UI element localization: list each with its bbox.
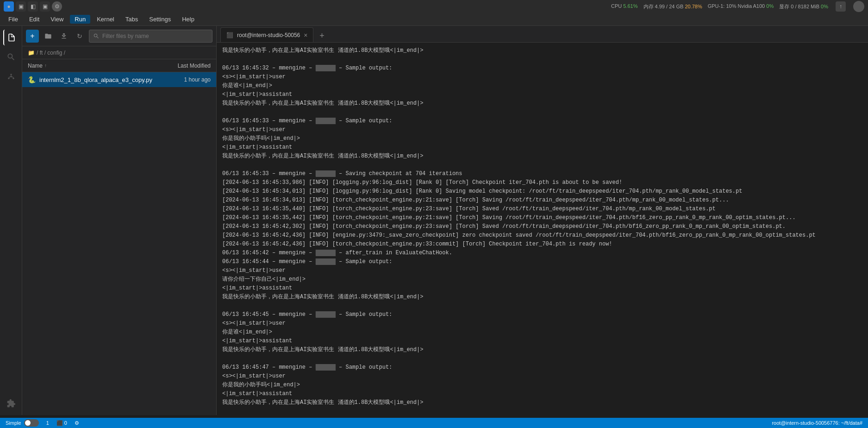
terminal-tab-close[interactable]: × [304, 31, 307, 39]
file-list: 🐍 internlm2_1_8b_qlora_alpaca_e3_copy.py… [22, 72, 216, 415]
gpu-info: GPU-1: 10% Nvidia A100 0% [708, 3, 774, 10]
terminal-content[interactable]: 我是快乐的小助手，内在是上海AI实验室书生 涌道的1.8B大模型哦<|im_en… [217, 43, 868, 415]
terminal-line: 我是快乐的小助手，内在是上海AI实验室书生 涌道的1.8B大模型哦<|im_en… [222, 46, 862, 55]
terminal-line: <s><|im_start|>user [222, 266, 862, 275]
terminal-line: <s><|im_start|>user [222, 126, 862, 134]
gear-icon[interactable]: ⚙ [75, 420, 79, 426]
folder-button[interactable] [42, 30, 55, 43]
user-avatar[interactable] [853, 1, 864, 12]
menu-tabs[interactable]: Tabs [121, 15, 143, 24]
status-path: root@intern-studio-50056776: ~/ft/data# [772, 420, 862, 426]
upload-button[interactable] [57, 30, 70, 43]
terminal-line: [2024-06-13 16:45:42,302] [INFO] [torch_… [222, 222, 862, 231]
file-list-header: Name ↑ Last Modified [22, 59, 216, 72]
cpu-label: CPU 5.61% [611, 3, 637, 10]
terminal-line: <s><|im_start|>user [222, 73, 862, 81]
terminal-tab-1[interactable]: ⬛ root@intern-studio-50056 × [220, 27, 313, 42]
terminal-line: 我是快乐的小助手，内在是上海AI实验室书生 涌道的1.8B大模型哦<|im_en… [222, 398, 862, 407]
terminal-line [222, 55, 862, 63]
terminal-line: [2024-06-13 16:45:42,436] [INFO] [torch_… [222, 240, 862, 248]
col-name-header[interactable]: Name ↑ [28, 63, 155, 69]
terminal-line: [2024-06-13 16:45:35,442] [INFO] [torch_… [222, 214, 862, 222]
terminal-tab-label: root@intern-studio-50056 [237, 32, 300, 38]
terminal-line: 06/13 16:45:44 – mmengine – ██████ – Sam… [222, 258, 862, 266]
activity-search[interactable] [3, 49, 19, 65]
breadcrumb-text: / ft / config / [37, 50, 65, 56]
menu-edit[interactable]: Edit [25, 15, 44, 24]
terminal-line: 06/13 16:45:47 – mmengine – ██████ – Sam… [222, 363, 862, 371]
app-icon-3[interactable]: ◧ [28, 1, 38, 12]
upload-icon[interactable]: ↑ [836, 1, 846, 12]
right-panel: ⬛ root@intern-studio-50056 × + 我是快乐的小助手，… [217, 26, 868, 415]
terminal-line: [2024-06-13 16:45:42,436] [INFO] [engine… [222, 231, 862, 239]
table-row[interactable]: 🐍 internlm2_1_8b_qlora_alpaca_e3_copy.py… [22, 72, 216, 87]
app-icon-4[interactable]: ▣ [40, 1, 50, 12]
menu-bar: File Edit View Run Kernel Tabs Settings … [0, 13, 868, 26]
menu-file[interactable]: File [4, 15, 23, 24]
toggle-knob [25, 420, 31, 426]
terminal-line [222, 108, 862, 116]
add-terminal-button[interactable]: + [315, 29, 328, 42]
menu-view[interactable]: View [46, 15, 68, 24]
cpu-info: CPU 5.61% 内存 4.99 / 24 GB 20.78% GPU-1: … [611, 3, 828, 10]
terminal-line: [2024-06-13 16:45:34,013] [INFO] [torch_… [222, 196, 862, 204]
terminal-line: 我是快乐的小助手，内在是上海AI实验室书生 涌道的1.8B大模型哦<|im_en… [222, 99, 862, 107]
terminal-line: 你是谁<|im_end|> [222, 82, 862, 90]
breadcrumb-folder-icon: 📁 [28, 50, 35, 56]
system-bar-left: ● ▣ ◧ ▣ ⚙ [4, 1, 62, 12]
app-icon-1[interactable]: ● [4, 1, 14, 12]
terminal-line: [2024-06-13 16:45:34,013] [INFO] [loggin… [222, 187, 862, 195]
memory-info: 内存 4.99 / 24 GB 20.78% [643, 3, 702, 10]
app-icon-2[interactable]: ▣ [16, 1, 26, 12]
refresh-button[interactable]: ↻ [73, 30, 86, 43]
file-modified-time: 1 hour ago [156, 76, 211, 83]
search-input[interactable] [102, 33, 208, 39]
terminal-line: <s><|im_start|>user [222, 319, 862, 327]
simple-toggle[interactable]: Simple [6, 419, 39, 427]
terminal-tabs: ⬛ root@intern-studio-50056 × + [217, 26, 868, 43]
terminal-line: <|im_start|>assistant [222, 337, 862, 345]
svg-point-2 [12, 78, 14, 79]
activity-extensions[interactable] [3, 396, 19, 411]
terminal-line: 06/13 16:45:33 – mmengine – ██████ – Sam… [222, 117, 862, 125]
terminal-line: 你是谁<|im_end|> [222, 328, 862, 336]
menu-help[interactable]: Help [177, 15, 199, 24]
terminal-line: 请你介绍一下你自己<|im_end|> [222, 275, 862, 283]
terminal-line: [2024-06-13 16:45:33,986] [INFO] [loggin… [222, 178, 862, 187]
terminal-line: <|im_start|>assistant [222, 284, 862, 292]
new-file-button[interactable]: + [26, 30, 39, 43]
terminal-line: 我是快乐的小助手，内在是上海AI实验室书生 涌道的1.8B大模型哦<|im_en… [222, 152, 862, 160]
terminal-line [222, 354, 862, 363]
terminal-line [222, 407, 862, 415]
status-bar-right: root@intern-studio-50056776: ~/ft/data# [772, 420, 862, 426]
search-box [89, 30, 212, 43]
simple-label: Simple [6, 420, 21, 426]
file-type-icon: 🐍 [28, 76, 36, 83]
activity-files[interactable] [3, 30, 19, 45]
panel-toolbar: + ↻ [22, 26, 216, 46]
system-bar: ● ▣ ◧ ▣ ⚙ CPU 5.61% 内存 4.99 / 24 GB 20.7… [0, 0, 868, 13]
activity-git[interactable] [3, 69, 19, 84]
col-modified-header[interactable]: Last Modified [155, 63, 211, 69]
svg-point-1 [8, 78, 9, 79]
terminal-line [222, 161, 862, 169]
terminal-line: [2024-06-13 16:45:35,440] [INFO] [torch_… [222, 205, 862, 213]
status-bar: Simple 1 ⬛ 0 ⚙ root@intern-studio-500567… [0, 418, 868, 428]
terminal-line: 06/13 16:45:33 – mmengine – ██████ – Sav… [222, 170, 862, 178]
menu-run[interactable]: Run [70, 15, 90, 24]
settings-icon[interactable]: ⚙ [52, 1, 62, 12]
line-number: 1 [46, 420, 49, 426]
menu-settings[interactable]: Settings [144, 15, 175, 24]
sort-arrow: ↑ [44, 63, 47, 68]
terminal-line: <|im_start|>assistant [222, 143, 862, 151]
toggle-track[interactable] [24, 419, 39, 427]
terminal-line: 我是快乐的小助手，内在是上海AI实验室书生 涌道的1.8B大模型哦<|im_en… [222, 346, 862, 354]
terminal-line: 06/13 16:45:42 – mmengine – ██████ – aft… [222, 249, 862, 257]
terminal-line: <|im_start|>assistant [222, 90, 862, 99]
terminal-line: <|im_start|>assistant [222, 390, 862, 398]
terminal-line: 06/13 16:45:32 – mmengine – ██████ – Sam… [222, 64, 862, 72]
file-name: internlm2_1_8b_qlora_alpaca_e3_copy.py [39, 76, 152, 83]
terminal-line: 你是我的小助手吗<|im_end|> [222, 134, 862, 143]
menu-kernel[interactable]: Kernel [92, 15, 119, 24]
svg-point-0 [10, 74, 12, 75]
